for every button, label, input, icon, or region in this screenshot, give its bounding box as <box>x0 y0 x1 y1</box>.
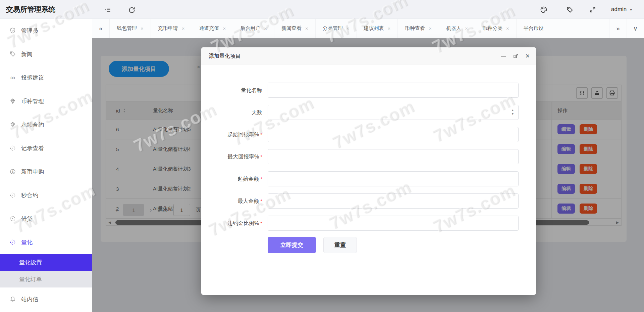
add-quant-project-modal: 添加量化项目 — × 量化名称 天数 ▲▼ 起始回报率%* 最大回报率%* <box>201 47 536 295</box>
sidebar-item-new-coin[interactable]: $ 新币申购 <box>0 160 92 183</box>
tab-coin-category[interactable]: 币种分类× <box>475 19 517 38</box>
sidebar-item-perpetual[interactable]: 永续合约 <box>0 113 92 136</box>
tab-suggestion-list[interactable]: 建议列表× <box>357 19 398 38</box>
dollar-circle-icon: $ <box>9 168 16 175</box>
exchange-admin-app: 交易所管理系统 admin ▼ 管理员 新闻 <box>0 0 644 312</box>
tab-backend-users[interactable]: 后台用户× <box>233 19 274 38</box>
tabs-scroll-left-icon[interactable]: « <box>92 19 110 38</box>
required-asterisk: * <box>260 132 262 137</box>
sidebar-subitem-quant-orders[interactable]: 量化订单 <box>0 271 92 287</box>
maximize-icon[interactable] <box>511 47 520 64</box>
tag-icon[interactable] <box>566 5 574 14</box>
required-asterisk: * <box>260 220 262 226</box>
timer-icon <box>9 145 16 151</box>
username-label: admin <box>611 6 627 13</box>
close-tab-icon[interactable]: × <box>182 26 185 31</box>
tabs-menu-chevron-down-icon[interactable]: ∨ <box>627 19 644 38</box>
timer-icon <box>9 192 16 198</box>
spin-down-icon: ▼ <box>511 112 514 116</box>
close-tab-icon[interactable]: × <box>223 26 226 31</box>
tab-coin-view[interactable]: 币种查看× <box>398 19 439 38</box>
tab-category-management[interactable]: 分类管理× <box>316 19 357 38</box>
required-asterisk: * <box>260 154 262 160</box>
tabs-scroll-right-icon[interactable]: » <box>609 19 627 38</box>
max-amount-input[interactable] <box>268 193 519 209</box>
tab-robot[interactable]: 机器人× <box>439 19 475 38</box>
sidebar-item-quant[interactable]: 量化 <box>0 230 92 254</box>
close-tab-icon[interactable]: × <box>141 26 144 31</box>
timer-icon <box>9 239 16 246</box>
modal-titlebar: 添加量化项目 — × <box>201 47 536 64</box>
tab-news-view[interactable]: 新闻查看× <box>274 19 316 38</box>
infinity-icon: ∞ <box>9 74 16 81</box>
sidebar-subitem-quant-settings[interactable]: 量化设置 <box>0 254 92 271</box>
close-tab-icon[interactable]: × <box>305 26 308 31</box>
sidebar-item-admin[interactable]: 管理员 <box>0 19 92 42</box>
sidebar-item-suggestions[interactable]: ∞ 投拆建议 <box>0 66 92 89</box>
bell-icon <box>9 296 16 303</box>
fullscreen-icon[interactable] <box>588 5 597 14</box>
tab-platform-coin[interactable]: 平台币设 <box>517 19 551 38</box>
sidebar-nav: 管理员 新闻 ∞ 投拆建议 币种管理 永续合约 记录查看 $ 新币申购 秒合约 <box>0 19 92 312</box>
modal-title: 添加量化项目 <box>209 47 241 64</box>
top-header: 交易所管理系统 admin ▼ <box>0 0 644 19</box>
sidebar-item-news[interactable]: 新闻 <box>0 42 92 66</box>
days-number-input[interactable] <box>268 105 519 120</box>
close-tab-icon[interactable]: × <box>264 26 267 31</box>
start-amount-input[interactable] <box>268 171 519 186</box>
tab-wallet[interactable]: 钱包管理× <box>110 19 151 38</box>
close-tab-icon[interactable]: × <box>346 26 350 31</box>
sidebar-item-site-mail[interactable]: 站内信 <box>0 287 92 311</box>
refresh-icon[interactable] <box>127 5 136 14</box>
close-tab-icon[interactable]: × <box>465 26 468 31</box>
close-tab-icon[interactable]: × <box>388 26 391 31</box>
close-tab-icon[interactable]: × <box>429 26 432 31</box>
close-icon[interactable]: × <box>523 47 532 64</box>
collapse-sidebar-icon[interactable] <box>103 5 112 14</box>
required-asterisk: * <box>260 176 262 182</box>
app-title: 交易所管理系统 <box>6 0 55 19</box>
sidebar-item-second-contract[interactable]: 秒合约 <box>0 183 92 207</box>
quant-name-input[interactable] <box>268 83 519 98</box>
start-return-input[interactable] <box>268 127 519 142</box>
tab-channel-recharge[interactable]: 通道充值× <box>192 19 233 38</box>
penalty-ratio-input[interactable] <box>268 216 519 231</box>
tag-icon <box>9 51 16 57</box>
gem-icon <box>9 121 16 128</box>
user-dropdown-caret-icon: ▼ <box>629 8 633 11</box>
svg-text:$: $ <box>12 170 13 173</box>
sidebar-item-coin-management[interactable]: 币种管理 <box>0 89 92 113</box>
max-return-input[interactable] <box>268 149 519 164</box>
gem-icon <box>9 98 16 104</box>
minimize-icon[interactable]: — <box>499 47 508 64</box>
number-spinner[interactable]: ▲▼ <box>511 108 514 116</box>
reset-button[interactable]: 重置 <box>323 237 357 253</box>
user-menu[interactable]: admin ▼ <box>611 0 633 19</box>
theme-palette-icon[interactable] <box>539 5 548 14</box>
close-tab-icon[interactable]: × <box>506 26 509 31</box>
sidebar-item-lending[interactable]: 借贷 <box>0 207 92 230</box>
tab-deposit-request[interactable]: 充币申请× <box>151 19 192 38</box>
shield-check-icon <box>9 27 16 34</box>
timer-icon <box>9 215 16 222</box>
sidebar-item-records[interactable]: 记录查看 <box>0 136 92 160</box>
required-asterisk: * <box>260 198 262 204</box>
tab-bar: « 钱包管理× 充币申请× 通道充值× 后台用户× 新闻查看× 分类管理× 建议… <box>92 19 644 38</box>
spin-up-icon: ▲ <box>511 108 514 112</box>
open-tabs: 钱包管理× 充币申请× 通道充值× 后台用户× 新闻查看× 分类管理× 建议列表… <box>110 19 609 38</box>
submit-button[interactable]: 立即提交 <box>268 237 316 253</box>
